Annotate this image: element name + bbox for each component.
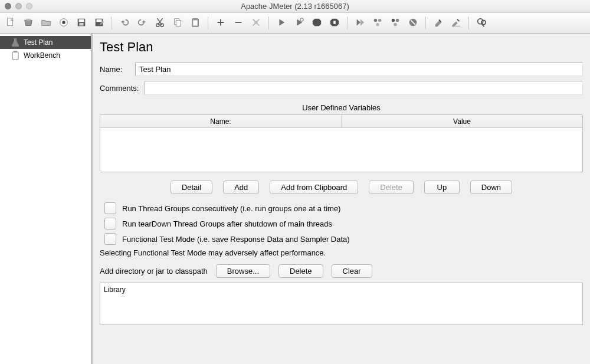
comments-row: Comments: [100, 81, 583, 95]
clear-icon [433, 17, 444, 29]
collapse-all-icon [233, 17, 244, 29]
save-as-toolbar-button[interactable] [91, 15, 107, 31]
svg-rect-1 [26, 18, 30, 21]
tree-panel: Test PlanWorkBench [0, 34, 91, 364]
detail-button[interactable]: Detail [171, 181, 212, 194]
svg-rect-8 [97, 19, 102, 22]
svg-point-21 [376, 22, 379, 25]
new-file-toolbar-button[interactable] [2, 15, 19, 31]
remote-start-all-toolbar-button[interactable] [369, 15, 386, 31]
name-row: Name: [100, 62, 583, 76]
add-button[interactable]: Add [223, 181, 259, 194]
stop-toolbar-button[interactable] [309, 15, 325, 31]
undo-toolbar-button[interactable] [116, 15, 133, 31]
title-bar: Apache JMeter (2.13 r1665067) [0, 0, 590, 13]
start-no-timers-icon [294, 17, 304, 29]
clear-toolbar-button[interactable] [430, 15, 447, 31]
remote-start-toolbar-button[interactable] [352, 15, 368, 31]
cut-toolbar-button[interactable] [152, 15, 168, 31]
vars-table: Name: Value [100, 114, 583, 172]
svg-rect-28 [14, 38, 17, 39]
clear-all-toolbar-button[interactable] [448, 15, 464, 31]
functional-checkbox[interactable] [104, 233, 116, 245]
search-icon [476, 17, 487, 29]
close-icon [58, 17, 69, 29]
delete-button[interactable]: Delete [369, 181, 414, 194]
copy-toolbar-button[interactable] [169, 15, 186, 31]
up-button[interactable]: Up [424, 181, 460, 194]
svg-rect-15 [193, 20, 197, 25]
expand-all-icon [215, 17, 226, 29]
functional-note: Selecting Functional Test Mode may adver… [100, 248, 583, 257]
svg-rect-5 [79, 19, 84, 22]
consecutive-checkbox[interactable] [104, 202, 116, 214]
svg-rect-18 [333, 21, 336, 24]
svg-point-22 [392, 18, 395, 21]
browse-button[interactable]: Browse... [216, 264, 270, 278]
remote-stop-icon [390, 17, 401, 29]
remote-start-icon [355, 17, 365, 29]
teardown-checkbox[interactable] [104, 218, 116, 229]
svg-point-17 [300, 18, 303, 21]
minimize-window-button[interactable] [15, 3, 22, 9]
remote-stop-toolbar-button[interactable] [387, 15, 404, 31]
vars-col-value[interactable]: Value [342, 115, 582, 127]
redo-toolbar-button[interactable] [134, 15, 150, 31]
tree-item-test-plan[interactable]: Test Plan [0, 36, 91, 49]
panel-heading: Test Plan [100, 40, 583, 55]
toolbar-separator [268, 17, 269, 29]
classpath-delete-button[interactable]: Delete [278, 264, 323, 278]
consecutive-label: Run Thread Groups consecutively (i.e. ru… [122, 204, 340, 213]
classpath-label: Add directory or jar to classpath [100, 267, 208, 276]
save-toolbar-button[interactable] [73, 15, 90, 31]
new-file-icon [5, 17, 16, 29]
remote-stop-all-toolbar-button[interactable] [405, 15, 421, 31]
add-from-clipboard-button[interactable]: Add from Clipboard [270, 181, 358, 194]
toolbar-separator [425, 17, 426, 29]
classpath-row: Add directory or jar to classpath Browse… [100, 264, 583, 278]
comments-input[interactable] [145, 81, 583, 95]
vars-column-headers: Name: Value [100, 115, 582, 128]
vars-col-name[interactable]: Name: [100, 115, 342, 127]
classpath-column-header: Library [104, 286, 579, 294]
paste-toolbar-button[interactable] [187, 15, 204, 31]
teardown-label: Run tearDown Thread Groups after shutdow… [122, 219, 332, 228]
shutdown-toolbar-button[interactable] [326, 15, 343, 31]
classpath-list[interactable]: Library [100, 283, 583, 325]
start-no-timers-toolbar-button[interactable] [291, 15, 307, 31]
beaker-icon [11, 38, 20, 47]
svg-rect-29 [12, 52, 18, 60]
name-input[interactable] [135, 62, 583, 76]
svg-rect-14 [194, 18, 196, 19]
check-teardown-row: Run tearDown Thread Groups after shutdow… [100, 218, 583, 229]
toolbar-separator [112, 17, 112, 29]
tree-item-label: WorkBench [24, 51, 60, 60]
copy-icon [172, 17, 183, 29]
clear-button[interactable]: Clear [332, 264, 372, 278]
collapse-all-toolbar-button[interactable] [230, 15, 247, 31]
stop-icon [312, 17, 322, 29]
close-window-button[interactable] [5, 3, 11, 9]
down-button[interactable]: Down [470, 181, 512, 194]
cut-icon [155, 17, 165, 29]
templates-toolbar-button[interactable] [20, 15, 37, 31]
toolbar-separator [208, 17, 208, 29]
vars-body[interactable] [100, 128, 582, 172]
toolbar-separator [468, 17, 469, 29]
save-as-icon [94, 17, 104, 29]
open-toolbar-button[interactable] [38, 15, 54, 31]
svg-point-24 [394, 22, 396, 25]
start-toolbar-button[interactable] [273, 15, 290, 31]
toggle-toolbar-button[interactable] [248, 15, 264, 31]
redo-icon [137, 17, 148, 29]
close-toolbar-button[interactable] [55, 15, 72, 31]
expand-all-toolbar-button[interactable] [212, 15, 229, 31]
search-toolbar-button[interactable] [473, 15, 490, 31]
main-toolbar [0, 13, 590, 34]
svg-point-20 [378, 18, 381, 21]
tree-item-workbench[interactable]: WorkBench [0, 49, 91, 62]
zoom-window-button[interactable] [26, 3, 32, 9]
editor-panel: Test Plan Name: Comments: User Defined V… [91, 34, 590, 364]
paste-icon [190, 17, 201, 29]
window-controls [5, 3, 32, 9]
